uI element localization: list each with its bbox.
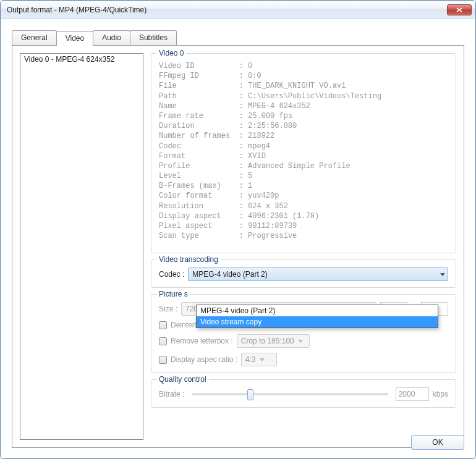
group-quality: Quality control Bitrate : kbps <box>151 379 456 408</box>
codec-option-streamcopy[interactable]: Video stream copy <box>197 316 438 327</box>
tab-body: Video 0 - MPEG-4 624x352 Video 0 Video I… <box>12 45 464 448</box>
size-label: Size : <box>159 305 177 313</box>
chevron-down-icon <box>260 358 265 361</box>
video-info-text: Video ID : 0 FFmpeg ID : 0:0 File : THE_… <box>159 61 448 241</box>
tab-row: General Video Audio Subtitles <box>12 30 464 45</box>
bitrate-field[interactable] <box>396 387 429 401</box>
tab-audio[interactable]: Audio <box>93 30 130 45</box>
dialog-window: Output format - MP4 (MPEG-4/QuickTime) G… <box>0 0 476 459</box>
codec-combo-value: MPEG-4 video (Part 2) <box>192 270 267 279</box>
aspect-combo: 4:3 <box>241 353 277 366</box>
bitrate-label: Bitrate : <box>159 390 184 398</box>
stream-list[interactable]: Video 0 - MPEG-4 624x352 <box>20 53 143 440</box>
codec-option-mpeg4[interactable]: MPEG-4 video (Part 2) <box>197 305 438 316</box>
remove-letterbox-label: Remove letterbox : <box>171 337 233 345</box>
right-column: Video 0 Video ID : 0 FFmpeg ID : 0:0 Fil… <box>151 53 456 440</box>
display-aspect-label: Display aspec ratio : <box>171 355 237 364</box>
slider-thumb[interactable] <box>247 389 253 400</box>
client-area: General Video Audio Subtitles Video 0 - … <box>1 19 475 458</box>
tab-subtitles[interactable]: Subtitles <box>130 30 177 45</box>
titlebar[interactable]: Output format - MP4 (MPEG-4/QuickTime) <box>1 1 475 19</box>
tab-general[interactable]: General <box>12 30 57 45</box>
ok-button[interactable]: OK <box>411 435 464 450</box>
tab-video[interactable]: Video <box>56 31 93 46</box>
group-title-video: Video 0 <box>156 49 186 57</box>
window-title: Output format - MP4 (MPEG-4/QuickTime) <box>4 6 447 14</box>
remove-letterbox-checkbox[interactable] <box>159 337 167 345</box>
group-video-info: Video 0 Video ID : 0 FFmpeg ID : 0:0 Fil… <box>151 53 456 253</box>
group-transcoding: Video transcoding Codec : MPEG-4 video (… <box>151 259 456 288</box>
list-item[interactable]: Video 0 - MPEG-4 624x352 <box>20 54 143 65</box>
codec-combo[interactable]: MPEG-4 video (Part 2) <box>188 267 448 281</box>
codec-dropdown-popup[interactable]: MPEG-4 video (Part 2) Video stream copy <box>196 305 438 328</box>
deinterlace-checkbox[interactable] <box>159 321 167 329</box>
dialog-buttons: OK <box>411 435 464 450</box>
chevron-down-icon <box>298 340 303 343</box>
chevron-down-icon <box>440 273 445 276</box>
crop-combo-value: Crop to 185:100 <box>241 337 294 345</box>
aspect-combo-value: 4:3 <box>245 355 256 364</box>
crop-combo: Crop to 185:100 <box>237 334 310 348</box>
group-title-transcoding: Video transcoding <box>156 255 221 264</box>
bitrate-unit: kbps <box>433 390 448 398</box>
close-button[interactable] <box>447 4 472 15</box>
group-title-picture: Picture s <box>156 290 190 298</box>
close-icon <box>456 7 462 12</box>
group-title-quality: Quality control <box>156 375 209 384</box>
display-aspect-checkbox[interactable] <box>159 356 167 364</box>
bitrate-slider[interactable] <box>192 393 388 395</box>
codec-label: Codec : <box>159 270 184 279</box>
